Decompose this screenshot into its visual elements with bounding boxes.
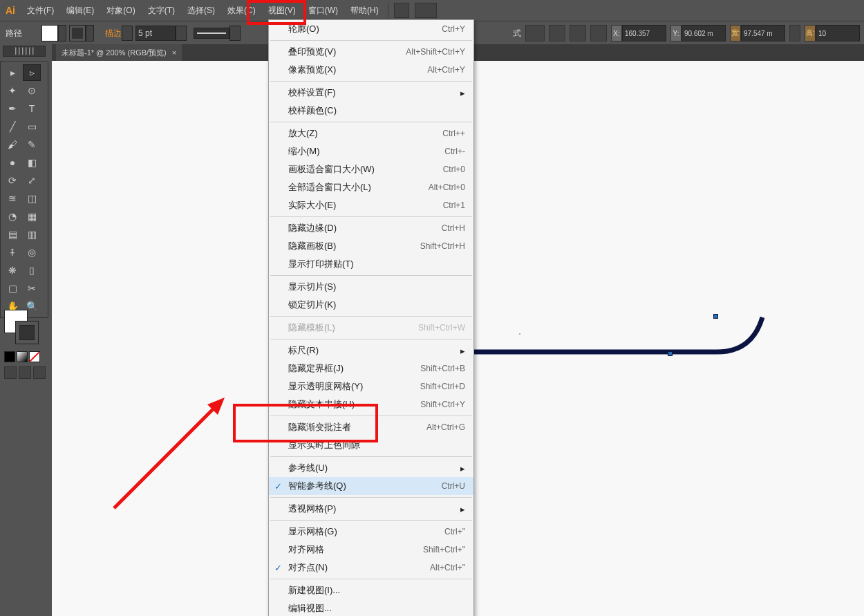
menu-select[interactable]: 选择(S) bbox=[181, 0, 221, 21]
path-anchor[interactable] bbox=[713, 314, 718, 319]
menu-item[interactable]: 标尺(R)▸ bbox=[269, 342, 473, 360]
direct-selection-tool[interactable]: ▹ bbox=[23, 64, 41, 81]
close-icon[interactable]: × bbox=[172, 48, 176, 57]
menu-item[interactable]: 实际大小(E)Ctrl+1 bbox=[269, 196, 473, 214]
layout-icon[interactable] bbox=[394, 3, 409, 18]
menu-help[interactable]: 帮助(H) bbox=[344, 0, 385, 21]
paintbrush-tool[interactable]: 🖌 bbox=[3, 136, 21, 153]
menu-file[interactable]: 文件(F) bbox=[21, 0, 60, 21]
screen-mode-3-icon[interactable] bbox=[33, 366, 46, 379]
fill-swatch-dropdown[interactable] bbox=[58, 25, 66, 41]
menu-item[interactable]: 编辑视图... bbox=[269, 599, 473, 616]
menu-item[interactable]: 隐藏画板(B)Shift+Ctrl+H bbox=[269, 237, 473, 255]
menu-item[interactable]: 放大(Z)Ctrl++ bbox=[269, 124, 473, 142]
menu-object[interactable]: 对象(O) bbox=[100, 0, 141, 21]
panel-tab[interactable]: ┃┃┃┃┃┃ bbox=[3, 46, 46, 57]
rotate-tool[interactable]: ⟳ bbox=[3, 172, 21, 189]
width-tool[interactable]: ≋ bbox=[3, 190, 21, 207]
menu-item[interactable]: 显示打印拼贴(T) bbox=[269, 255, 473, 273]
style-dropdown[interactable] bbox=[525, 25, 545, 41]
blend-tool[interactable]: ◎ bbox=[23, 244, 41, 261]
menu-item[interactable]: 校样设置(F)▸ bbox=[269, 84, 473, 102]
magic-wand-tool[interactable]: ✦ bbox=[3, 82, 21, 99]
menu-item[interactable]: 全部适合窗口大小(L)Alt+Ctrl+0 bbox=[269, 178, 473, 196]
screen-mode-1-icon[interactable] bbox=[4, 366, 17, 379]
menu-item[interactable]: 画板适合窗口大小(W)Ctrl+0 bbox=[269, 160, 473, 178]
menu-item[interactable]: 隐藏定界框(J)Shift+Ctrl+B bbox=[269, 360, 473, 377]
menu-item[interactable]: 隐藏文本串接(H)Shift+Ctrl+Y bbox=[269, 395, 473, 413]
rectangle-tool[interactable]: ▭ bbox=[23, 118, 41, 135]
menu-item[interactable]: 像素预览(X)Alt+Ctrl+Y bbox=[269, 61, 473, 79]
stroke-spinner[interactable] bbox=[122, 26, 133, 41]
menu-effect[interactable]: 效果(C) bbox=[221, 0, 262, 21]
stroke-box[interactable] bbox=[15, 321, 39, 344]
stroke-weight-dropdown[interactable] bbox=[176, 26, 187, 41]
stroke-swatch[interactable] bbox=[69, 25, 86, 41]
type-tool[interactable]: T bbox=[23, 100, 41, 117]
fill-stroke-control[interactable] bbox=[4, 310, 37, 343]
blob-brush-tool[interactable]: ● bbox=[3, 154, 21, 171]
stroke-weight-field[interactable]: 5 pt bbox=[135, 26, 176, 41]
document-tab[interactable]: 未标题-1* @ 200% (RGB/预览) × bbox=[56, 44, 182, 61]
menu-item[interactable]: 轮廓(O)Ctrl+Y bbox=[269, 20, 473, 38]
menu-item[interactable]: 隐藏渐变批注者Alt+Ctrl+G bbox=[269, 418, 473, 436]
column-graph-tool[interactable]: ▯ bbox=[23, 262, 41, 279]
lasso-tool[interactable]: ⊙ bbox=[23, 82, 41, 99]
menu-item-shortcut: Shift+Ctrl+Y bbox=[420, 400, 465, 409]
line-tool[interactable]: ╱ bbox=[3, 118, 21, 135]
menu-window[interactable]: 窗口(W) bbox=[302, 0, 344, 21]
menu-item[interactable]: 缩小(M)Ctrl+- bbox=[269, 142, 473, 160]
w-input[interactable]: 97.547 m bbox=[741, 25, 785, 41]
menu-item[interactable]: 显示切片(S) bbox=[269, 278, 473, 296]
menu-item[interactable]: 显示实时上色间隙 bbox=[269, 436, 473, 454]
pen-tool[interactable]: ✒ bbox=[3, 100, 21, 117]
menu-item[interactable]: 锁定切片(K) bbox=[269, 296, 473, 314]
screen-mode-2-icon[interactable] bbox=[19, 366, 31, 379]
menu-item[interactable]: 叠印预览(V)Alt+Shift+Ctrl+Y bbox=[269, 43, 473, 61]
h-input[interactable]: 10 bbox=[816, 25, 860, 41]
pencil-tool[interactable]: ✎ bbox=[23, 136, 41, 153]
fill-swatch[interactable] bbox=[41, 25, 58, 41]
y-input[interactable]: 90.602 m bbox=[682, 25, 726, 41]
artboard-tool[interactable]: ▢ bbox=[3, 280, 21, 297]
menu-edit[interactable]: 编辑(E) bbox=[60, 0, 100, 21]
menu-item[interactable]: 参考线(U)▸ bbox=[269, 459, 473, 477]
menu-item-label: 叠印预览(V) bbox=[288, 46, 336, 58]
slice-tool[interactable]: ✂ bbox=[23, 280, 41, 297]
menu-item[interactable]: 对齐网格Shift+Ctrl+" bbox=[269, 541, 473, 559]
menu-item-smart-guides[interactable]: ✓智能参考线(Q)Ctrl+U bbox=[269, 477, 473, 495]
symbol-sprayer-tool[interactable]: ❋ bbox=[3, 262, 21, 279]
color-gradient-icon[interactable] bbox=[17, 351, 28, 362]
scale-tool[interactable]: ⤢ bbox=[23, 172, 41, 189]
link-wh-icon[interactable] bbox=[789, 25, 800, 41]
x-input[interactable]: 160.357 bbox=[622, 25, 666, 41]
color-none-icon[interactable] bbox=[29, 351, 40, 362]
color-solid-icon[interactable] bbox=[4, 351, 15, 362]
selection-tool[interactable]: ▸ bbox=[3, 64, 21, 81]
menu-item[interactable]: ✓对齐点(N)Alt+Ctrl+" bbox=[269, 559, 473, 577]
stroke-swatch-dropdown[interactable] bbox=[86, 25, 94, 41]
stroke-profile[interactable] bbox=[194, 28, 229, 39]
gradient-tool[interactable]: ▥ bbox=[23, 226, 41, 243]
menu-item[interactable]: 新建视图(I)... bbox=[269, 581, 473, 599]
perspective-grid-tool[interactable]: ▦ bbox=[23, 208, 41, 225]
path-anchor[interactable] bbox=[668, 351, 673, 356]
menu-item[interactable]: 透视网格(P)▸ bbox=[269, 500, 473, 518]
workspace-switcher-icon[interactable] bbox=[415, 3, 437, 18]
menu-item[interactable]: 隐藏边缘(D)Ctrl+H bbox=[269, 219, 473, 237]
transform-icon[interactable] bbox=[590, 25, 607, 41]
eraser-tool[interactable]: ◧ bbox=[23, 154, 41, 171]
stroke-profile-dropdown[interactable] bbox=[229, 26, 241, 41]
recolor-icon[interactable] bbox=[549, 25, 565, 41]
menu-item[interactable]: 显示网格(G)Ctrl+" bbox=[269, 523, 473, 541]
menu-type[interactable]: 文字(T) bbox=[142, 0, 181, 21]
eyedropper-tool[interactable]: ⤉ bbox=[3, 244, 21, 261]
mesh-tool[interactable]: ▤ bbox=[3, 226, 21, 243]
align-icon[interactable] bbox=[570, 25, 586, 41]
menu-item[interactable]: 校样颜色(C) bbox=[269, 102, 473, 120]
free-transform-tool[interactable]: ◫ bbox=[23, 190, 41, 207]
menu-view[interactable]: 视图(V) bbox=[262, 0, 302, 21]
canvas-path[interactable] bbox=[469, 310, 773, 366]
menu-item[interactable]: 显示透明度网格(Y)Shift+Ctrl+D bbox=[269, 377, 473, 395]
shape-builder-tool[interactable]: ◔ bbox=[3, 208, 21, 225]
